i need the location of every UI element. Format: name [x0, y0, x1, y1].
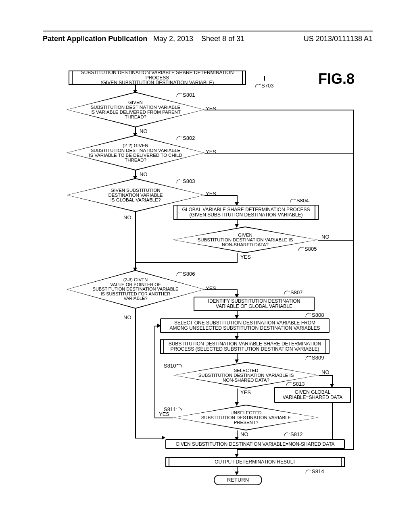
decision-s802: (2-2) GIVEN SUBSTITUTION DESTINATION VAR…	[67, 135, 204, 170]
header-pubno: US 2013/0111138 A1	[304, 35, 373, 43]
connector	[204, 110, 354, 110]
connector	[135, 309, 136, 438]
connector	[136, 262, 238, 263]
label-yes: YES	[240, 389, 251, 395]
label-no: NO	[321, 369, 330, 375]
arrowhead-icon	[157, 324, 161, 328]
label-yes: YES	[206, 149, 216, 155]
step-s814: S814	[306, 468, 324, 474]
label-no: NO	[140, 128, 148, 134]
header-date: May 2, 2013	[153, 35, 193, 43]
page: Patent Application Publication May 2, 20…	[0, 0, 413, 532]
label-yes: YES	[206, 285, 216, 291]
connector	[135, 212, 136, 268]
process-s808: SELECT ONE SUBSTITUTION DESTINATION VARI…	[160, 318, 330, 333]
connector	[154, 418, 173, 418]
subroutine-s814: OUTPUT DETERMINATION RESULT	[165, 457, 345, 467]
step-s804: S804	[290, 197, 309, 204]
connector	[204, 289, 237, 290]
connector	[237, 253, 238, 262]
label-yes: YES	[206, 106, 216, 112]
connector	[154, 326, 155, 418]
label-no: NO	[321, 234, 330, 240]
terminator-return: RETURN	[214, 475, 262, 485]
connector	[319, 375, 333, 376]
subroutine-s804: GLOBAL VARIABLE SHARE DETERMINATION PROC…	[173, 205, 319, 220]
connector	[237, 389, 238, 403]
label-no: NO	[240, 431, 248, 437]
flowchart: S703 SUBSTITUTION DESTINATION VARIABLE S…	[44, 69, 373, 500]
connector	[204, 195, 237, 196]
connector	[353, 110, 354, 449]
label-no: NO	[123, 314, 131, 320]
connector	[264, 76, 265, 81]
start-subroutine: SUBSTITUTION DESTINATION VARIABLE SHARE …	[69, 71, 246, 85]
process-s812: GIVEN SUBSTITUTION DESTINATION VARIABLE=…	[165, 439, 345, 449]
step-s703: S703	[255, 83, 273, 89]
decision-s801: GIVEN SUBSTITUTION DESTINATION VARIABLE …	[67, 92, 204, 127]
connector	[318, 240, 353, 241]
decision-s811: UNSELECTED SUBSTITUTION DESTINATION VARI…	[173, 405, 319, 430]
label-no: NO	[140, 171, 148, 177]
step-s808: S808	[306, 312, 324, 318]
step-s812: S812	[284, 431, 302, 437]
arrowhead-icon	[162, 436, 165, 440]
connector	[135, 438, 163, 438]
connector	[332, 375, 333, 385]
decision-s805: GIVEN SUBSTITUTION DESTINATION VARIABLE …	[173, 227, 318, 253]
header-center: May 2, 2013 Sheet 8 of 31	[153, 35, 244, 43]
header-rule	[43, 31, 373, 31]
header-left: Patent Application Publication	[43, 35, 147, 43]
step-s809: S809	[306, 355, 324, 361]
step-s807: S807	[284, 289, 302, 295]
connector	[204, 153, 353, 154]
label-no: NO	[123, 214, 131, 220]
label-yes: YES	[240, 254, 251, 260]
subroutine-s809: SUBSTITUTION DESTINATION VARIABLE SHARE …	[160, 339, 330, 354]
connector	[237, 449, 354, 450]
connector	[237, 195, 238, 203]
decision-s806: (2-3) GIVEN VALUE OR POINTER OF SUBSTITU…	[67, 270, 204, 309]
header-sheet: Sheet 8 of 31	[201, 35, 244, 43]
process-s807: IDENTIFY SUBSTITUTION DESTINATION VARIAB…	[194, 297, 315, 311]
process-s813: GIVEN GLOBAL VARIABLE=SHARED DATA	[274, 387, 351, 403]
